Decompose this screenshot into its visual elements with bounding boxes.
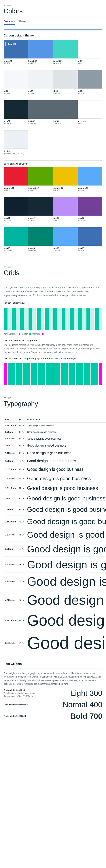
type-row: 1.4375rem 23 px Good design is good busi… — [4, 465, 106, 474]
swatch-name: nav-04 — [78, 217, 102, 219]
sample-cell: Good design is good business — [25, 557, 106, 573]
swatch-name: inverse-01 — [78, 120, 102, 122]
type-row: 1.8125rem 29 px Good design is good busi… — [4, 484, 106, 493]
type-row: 5.875rem 94 px Good design is good busin… — [4, 631, 106, 655]
swatch-hex: #ba8ff7 — [53, 219, 78, 221]
swatch-brand-02[interactable]: brand-02 #5596e6 — [28, 40, 53, 66]
type-row: 2.5625rem 41 px Good design is good busi… — [4, 516, 106, 528]
rem-cell: 1rem — [4, 442, 17, 449]
nav1-swatches: nav-01 #0f212e nav-02 #152935 nav-03 #ba… — [4, 197, 102, 223]
swatch-text-01[interactable]: text-01 #152934 — [4, 100, 28, 126]
swatch-nav-07[interactable]: nav-07 #5aaafa — [53, 227, 78, 253]
swatch-brand-01[interactable]: Copy HEX brand-01 #3d70b2 — [4, 40, 28, 66]
swatch-name: text-02 — [28, 120, 53, 122]
swatch-name: nav-01 — [4, 217, 28, 219]
font-weight-row: Font-weight: 300 / Light Should only be … — [4, 689, 102, 698]
swatch-nav-08[interactable]: nav-08 #3d70b2 — [78, 227, 102, 253]
type-row: 1.125rem 18 px Good design is good busin… — [4, 449, 106, 457]
tab-swatches[interactable]: Swatches — [4, 18, 15, 25]
type-row: 2.875rem 46 px Good design is good busin… — [4, 528, 106, 542]
swatch-ui-05[interactable]: ui-05 #8c9ba5 — [78, 70, 102, 96]
font-weight-row: Font-weight: 400 / Normal Normal 400 — [4, 700, 102, 709]
px-cell: 66 px — [17, 573, 25, 590]
swatch-hex: #0f212e — [4, 219, 28, 221]
sample-cell: Good design is good business — [25, 449, 106, 457]
fw-sample: Bold 700 — [70, 712, 102, 721]
th-rem: REM — [4, 417, 17, 423]
type-row: 4.125rem 66 px Good design is good busin… — [4, 573, 106, 590]
font-weight-row: Font-weight: 700 / Bold Bold 700 — [4, 712, 102, 721]
swatch-name: support-04 — [78, 187, 102, 189]
rem-cell: 1.4375rem — [4, 465, 17, 474]
rem-cell: 1.25rem — [4, 457, 17, 465]
support-swatches: support-01 #e71d32 support-02 #5aa700 su… — [4, 167, 102, 193]
swatch-name: support-03 — [53, 187, 78, 189]
type-row: 0.75rem 12 px Good design is good busine… — [4, 429, 106, 435]
swatch-name: field-01 — [4, 150, 28, 152]
swatch-hex: #5aaafa — [53, 249, 78, 251]
swatch-ui-04[interactable]: ui-04 #dfe3e6 — [53, 70, 78, 96]
text-swatches: text-01 #152934 text-02 #5a6872 text-03 … — [4, 100, 102, 126]
swatch-nav-04[interactable]: nav-04 #734098 — [78, 197, 102, 223]
swatch-name: brand-03 — [53, 60, 78, 62]
swatch-hex: #41d6c3 — [53, 62, 78, 64]
swatch-hex: #5a6872 — [53, 122, 78, 124]
swatch-brand-03[interactable]: brand-03 #41d6c3 — [53, 40, 78, 66]
nav-grid-demo — [4, 363, 102, 385]
type-row: 3.625rem 58 px Good design is good busin… — [4, 557, 106, 573]
px-cell: 32 px — [17, 493, 25, 504]
sample-cell: Good design is good business — [25, 610, 106, 631]
swatch-field-01[interactable]: field-01 rgba(60, 112, 178, 0.1) — [4, 130, 28, 156]
swatch-text-02[interactable]: text-02 #5a6872 — [28, 100, 53, 126]
theme-title: Carbon default theme — [4, 34, 102, 37]
swatch-name: ui-03 — [28, 90, 53, 92]
swatch-nav-01[interactable]: nav-01 #0f212e — [4, 197, 28, 223]
swatch-name: nav-02 — [28, 217, 53, 219]
px-cell: 46 px — [17, 528, 25, 542]
px-cell: 74 px — [17, 590, 25, 610]
fw-desc: Should only be used at sizes greater tha… — [4, 692, 40, 698]
swatch-hex: #008571 — [28, 249, 53, 251]
px-cell: 36 px — [17, 504, 25, 516]
swatch-support-01[interactable]: support-01 #e71d32 — [4, 167, 28, 193]
swatch-name: ui-01 — [78, 60, 102, 62]
px-cell: 26 px — [17, 474, 25, 484]
page-title: Grids — [4, 269, 102, 277]
swatch-nav-06[interactable]: nav-06 #008571 — [28, 227, 53, 253]
swatch-text-03[interactable]: text-03 #5a6872 — [53, 100, 78, 126]
swatch-nav-02[interactable]: nav-02 #152935 — [28, 197, 53, 223]
swatch-support-02[interactable]: support-02 #5aa700 — [28, 167, 53, 193]
swatch-support-04[interactable]: support-04 #5aaafa — [78, 167, 102, 193]
nav-grid-caption: Grid area with left navigation: page wid… — [4, 357, 102, 361]
page-title: Typography — [4, 400, 102, 408]
nav2-swatches: nav-05 #00b4a0 nav-06 #008571 nav-07 #5a… — [4, 227, 102, 253]
px-cell: 14 px — [17, 435, 25, 442]
page-title: Colors — [4, 7, 102, 15]
ui-swatches: ui-02 #f5f7fa ui-03 #f0f3f6 ui-04 #dfe3e… — [4, 70, 102, 96]
grid-intro: Grid systems are used for creating page … — [4, 286, 102, 297]
swatch-ui-02[interactable]: ui-02 #f5f7fa — [4, 70, 28, 96]
swatch-nav-05[interactable]: nav-05 #00b4a0 — [4, 227, 28, 253]
swatch-nav-03[interactable]: nav-03 #ba8ff7 — [53, 197, 78, 223]
swatch-support-03[interactable]: support-03 #efc100 — [53, 167, 78, 193]
px-cell: 29 px — [17, 484, 25, 493]
rem-cell: 2.875rem — [4, 528, 17, 542]
copy-hex-button[interactable]: Copy HEX — [5, 42, 18, 46]
sample-cell: Good design is good business — [25, 429, 106, 435]
sample-cell: Good design is good business — [25, 457, 106, 465]
swatch-hex: #152934 — [4, 122, 28, 124]
swatch-ui-01[interactable]: ui-01 #ffffff — [78, 40, 102, 66]
grid-link[interactable]: Grid — [4, 286, 8, 289]
sample-cell: Good design is good business — [25, 442, 106, 449]
tab-usage[interactable]: Usage — [19, 18, 26, 25]
swatch-ui-03[interactable]: ui-03 #f0f3f6 — [28, 70, 53, 96]
swatch-inverse-01[interactable]: inverse-01 #ffffff — [78, 100, 102, 126]
px-cell: 16 px — [17, 442, 25, 449]
rem-cell: 5.1875rem — [4, 610, 17, 631]
rem-cell: 0.6875rem — [4, 423, 17, 429]
type-row: 1rem 16 px Good design is good business — [4, 442, 106, 449]
rem-cell: 2rem — [4, 493, 17, 504]
swatch-hex: #ffffff — [78, 62, 102, 64]
rem-cell: 4.125rem — [4, 573, 17, 590]
sample-cell: Good design is good business — [25, 465, 106, 474]
